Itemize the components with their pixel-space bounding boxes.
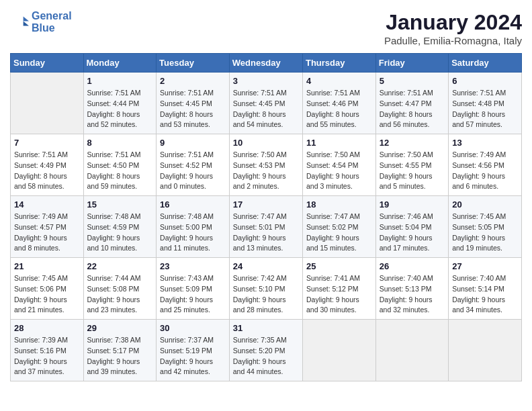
day-info: Sunrise: 7:49 AMSunset: 4:57 PMDaylight:… bbox=[14, 212, 80, 254]
calendar-cell: 16Sunrise: 7:48 AMSunset: 5:00 PMDayligh… bbox=[157, 196, 230, 258]
calendar-cell: 13Sunrise: 7:49 AMSunset: 4:56 PMDayligh… bbox=[449, 134, 522, 196]
calendar-cell: 14Sunrise: 7:49 AMSunset: 4:57 PMDayligh… bbox=[11, 196, 84, 258]
day-info: Sunrise: 7:47 AMSunset: 5:02 PMDaylight:… bbox=[306, 212, 372, 254]
day-number: 30 bbox=[160, 323, 226, 333]
calendar-cell: 18Sunrise: 7:47 AMSunset: 5:02 PMDayligh… bbox=[302, 196, 375, 258]
weekday-header-sunday: Sunday bbox=[11, 54, 84, 73]
day-info: Sunrise: 7:45 AMSunset: 5:05 PMDaylight:… bbox=[452, 212, 518, 254]
calendar-cell: 12Sunrise: 7:50 AMSunset: 4:55 PMDayligh… bbox=[375, 134, 448, 196]
day-number: 2 bbox=[160, 76, 226, 86]
calendar-table: SundayMondayTuesdayWednesdayThursdayFrid… bbox=[10, 53, 522, 381]
calendar-cell: 20Sunrise: 7:45 AMSunset: 5:05 PMDayligh… bbox=[449, 196, 522, 258]
day-info: Sunrise: 7:51 AMSunset: 4:45 PMDaylight:… bbox=[160, 88, 226, 130]
day-number: 31 bbox=[233, 323, 299, 333]
calendar-cell: 8Sunrise: 7:51 AMSunset: 4:50 PMDaylight… bbox=[83, 134, 157, 196]
day-info: Sunrise: 7:50 AMSunset: 4:55 PMDaylight:… bbox=[380, 150, 445, 192]
day-info: Sunrise: 7:43 AMSunset: 5:09 PMDaylight:… bbox=[160, 273, 226, 316]
calendar-cell: 30Sunrise: 7:37 AMSunset: 5:19 PMDayligh… bbox=[157, 320, 230, 381]
calendar-cell: 5Sunrise: 7:51 AMSunset: 4:47 PMDaylight… bbox=[375, 73, 448, 134]
calendar-cell: 17Sunrise: 7:47 AMSunset: 5:01 PMDayligh… bbox=[229, 196, 302, 258]
day-info: Sunrise: 7:51 AMSunset: 4:48 PMDaylight:… bbox=[452, 88, 518, 130]
day-number: 18 bbox=[306, 199, 372, 210]
calendar-week-row: 21Sunrise: 7:45 AMSunset: 5:06 PMDayligh… bbox=[11, 258, 522, 320]
calendar-cell: 28Sunrise: 7:39 AMSunset: 5:16 PMDayligh… bbox=[11, 320, 84, 381]
day-number: 22 bbox=[87, 261, 153, 271]
calendar-cell: 27Sunrise: 7:40 AMSunset: 5:14 PMDayligh… bbox=[449, 258, 522, 320]
day-number: 14 bbox=[14, 199, 80, 210]
svg-rect-0 bbox=[10, 13, 29, 32]
day-number: 17 bbox=[233, 199, 299, 210]
logo-text: General Blue bbox=[32, 10, 72, 34]
day-info: Sunrise: 7:40 AMSunset: 5:14 PMDaylight:… bbox=[452, 273, 518, 316]
weekday-header-saturday: Saturday bbox=[449, 54, 522, 73]
day-number: 1 bbox=[87, 76, 153, 86]
day-number: 12 bbox=[380, 138, 445, 148]
calendar-cell: 21Sunrise: 7:45 AMSunset: 5:06 PMDayligh… bbox=[11, 258, 84, 320]
calendar-cell: 31Sunrise: 7:35 AMSunset: 5:20 PMDayligh… bbox=[229, 320, 302, 381]
logo-icon bbox=[10, 13, 29, 32]
calendar-cell: 23Sunrise: 7:43 AMSunset: 5:09 PMDayligh… bbox=[157, 258, 230, 320]
day-number: 16 bbox=[160, 199, 226, 210]
calendar-subtitle: Padulle, Emilia-Romagna, Italy bbox=[384, 35, 522, 46]
day-info: Sunrise: 7:37 AMSunset: 5:19 PMDaylight:… bbox=[160, 335, 226, 377]
day-info: Sunrise: 7:50 AMSunset: 4:54 PMDaylight:… bbox=[306, 150, 372, 192]
day-info: Sunrise: 7:42 AMSunset: 5:10 PMDaylight:… bbox=[233, 273, 299, 316]
calendar-cell bbox=[302, 320, 375, 381]
calendar-cell: 19Sunrise: 7:46 AMSunset: 5:04 PMDayligh… bbox=[375, 196, 448, 258]
day-info: Sunrise: 7:48 AMSunset: 4:59 PMDaylight:… bbox=[87, 212, 153, 254]
calendar-week-row: 14Sunrise: 7:49 AMSunset: 4:57 PMDayligh… bbox=[11, 196, 522, 258]
day-number: 29 bbox=[87, 323, 153, 333]
day-number: 27 bbox=[452, 261, 518, 271]
calendar-cell: 9Sunrise: 7:51 AMSunset: 4:52 PMDaylight… bbox=[157, 134, 230, 196]
day-info: Sunrise: 7:49 AMSunset: 4:56 PMDaylight:… bbox=[452, 150, 518, 192]
calendar-cell bbox=[11, 73, 84, 134]
weekday-header-friday: Friday bbox=[375, 54, 448, 73]
day-info: Sunrise: 7:38 AMSunset: 5:17 PMDaylight:… bbox=[87, 335, 153, 377]
day-info: Sunrise: 7:47 AMSunset: 5:01 PMDaylight:… bbox=[233, 212, 299, 254]
calendar-cell: 10Sunrise: 7:50 AMSunset: 4:53 PMDayligh… bbox=[229, 134, 302, 196]
day-info: Sunrise: 7:51 AMSunset: 4:49 PMDaylight:… bbox=[14, 150, 80, 192]
day-info: Sunrise: 7:45 AMSunset: 5:06 PMDaylight:… bbox=[14, 273, 80, 316]
day-number: 19 bbox=[380, 199, 445, 210]
day-number: 13 bbox=[452, 138, 518, 148]
calendar-cell: 3Sunrise: 7:51 AMSunset: 4:45 PMDaylight… bbox=[229, 73, 302, 134]
day-number: 20 bbox=[452, 199, 518, 210]
day-info: Sunrise: 7:44 AMSunset: 5:08 PMDaylight:… bbox=[87, 273, 153, 316]
day-number: 3 bbox=[233, 76, 299, 86]
day-number: 23 bbox=[160, 261, 226, 271]
day-number: 25 bbox=[306, 261, 372, 271]
day-info: Sunrise: 7:40 AMSunset: 5:13 PMDaylight:… bbox=[380, 273, 445, 316]
day-number: 26 bbox=[380, 261, 445, 271]
calendar-week-row: 28Sunrise: 7:39 AMSunset: 5:16 PMDayligh… bbox=[11, 320, 522, 381]
day-info: Sunrise: 7:50 AMSunset: 4:53 PMDaylight:… bbox=[233, 150, 299, 192]
calendar-cell: 1Sunrise: 7:51 AMSunset: 4:44 PMDaylight… bbox=[83, 73, 157, 134]
day-number: 9 bbox=[160, 138, 226, 148]
weekday-header-wednesday: Wednesday bbox=[229, 54, 302, 73]
day-info: Sunrise: 7:46 AMSunset: 5:04 PMDaylight:… bbox=[380, 212, 445, 254]
calendar-title: January 2024 bbox=[384, 10, 522, 35]
day-info: Sunrise: 7:48 AMSunset: 5:00 PMDaylight:… bbox=[160, 212, 226, 254]
calendar-cell: 4Sunrise: 7:51 AMSunset: 4:46 PMDaylight… bbox=[302, 73, 375, 134]
day-info: Sunrise: 7:51 AMSunset: 4:47 PMDaylight:… bbox=[380, 88, 445, 130]
title-block: January 2024 Padulle, Emilia-Romagna, It… bbox=[384, 10, 522, 46]
day-number: 10 bbox=[233, 138, 299, 148]
weekday-header-tuesday: Tuesday bbox=[157, 54, 230, 73]
calendar-cell bbox=[375, 320, 448, 381]
page-header: General Blue January 2024 Padulle, Emili… bbox=[10, 10, 522, 46]
day-number: 7 bbox=[14, 138, 80, 148]
day-info: Sunrise: 7:39 AMSunset: 5:16 PMDaylight:… bbox=[14, 335, 80, 377]
calendar-week-row: 1Sunrise: 7:51 AMSunset: 4:44 PMDaylight… bbox=[11, 73, 522, 134]
day-number: 4 bbox=[306, 76, 372, 86]
day-number: 6 bbox=[452, 76, 518, 86]
weekday-header-row: SundayMondayTuesdayWednesdayThursdayFrid… bbox=[11, 54, 522, 73]
day-info: Sunrise: 7:41 AMSunset: 5:12 PMDaylight:… bbox=[306, 273, 372, 316]
day-number: 15 bbox=[87, 199, 153, 210]
logo: General Blue bbox=[10, 10, 72, 34]
calendar-cell: 7Sunrise: 7:51 AMSunset: 4:49 PMDaylight… bbox=[11, 134, 84, 196]
calendar-cell: 6Sunrise: 7:51 AMSunset: 4:48 PMDaylight… bbox=[449, 73, 522, 134]
day-info: Sunrise: 7:51 AMSunset: 4:46 PMDaylight:… bbox=[306, 88, 372, 130]
calendar-cell: 15Sunrise: 7:48 AMSunset: 4:59 PMDayligh… bbox=[83, 196, 157, 258]
calendar-cell: 11Sunrise: 7:50 AMSunset: 4:54 PMDayligh… bbox=[302, 134, 375, 196]
weekday-header-monday: Monday bbox=[83, 54, 157, 73]
calendar-cell: 22Sunrise: 7:44 AMSunset: 5:08 PMDayligh… bbox=[83, 258, 157, 320]
